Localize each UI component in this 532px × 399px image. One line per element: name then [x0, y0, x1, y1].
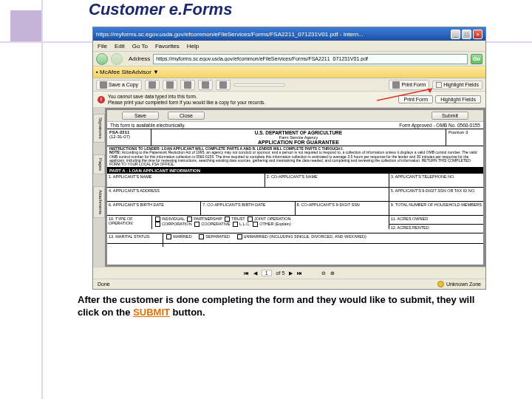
form-row-1: 1. APPLICANT'S NAME 2. CO-APPLICANT'S NA…	[107, 174, 483, 188]
form-header: FSA-2211 (12-31-07) U.S. DEPARTMENT OF A…	[107, 129, 483, 146]
toolbar-search-button[interactable]	[180, 80, 195, 90]
checkbox-partnership[interactable]	[187, 216, 192, 222]
field-acres-owned[interactable]: 11. ACRES OWNED	[389, 216, 483, 225]
menu-goto[interactable]: Go To	[132, 43, 148, 50]
form-availability-text: This form is available electronically.	[110, 123, 185, 128]
instructions-block: INSTRUCTIONS TO LENDER: LOAN APPLICANT W…	[107, 146, 483, 168]
toolbar-select-button[interactable]	[216, 80, 231, 90]
field-ssn[interactable]: 5. APPLICANT'S 9-DIGIT SSN OR TAX ID NO.	[389, 188, 483, 201]
tab-attachments[interactable]: Attachments	[93, 186, 105, 218]
pdf-warning-bar: ! You cannot save data typed into this f…	[93, 92, 485, 108]
checkbox-joint[interactable]	[248, 216, 253, 222]
menu-edit[interactable]: Edit	[115, 43, 125, 50]
printer-icon	[392, 81, 400, 89]
field-coapplicant-name[interactable]: 2. CO-APPLICANT'S NAME	[265, 174, 389, 187]
form-action-bar: Save Close Submit	[107, 110, 483, 122]
mail-icon	[166, 81, 174, 89]
tab-signatures[interactable]: Signatures	[93, 114, 105, 143]
pdf-prev-page[interactable]: ◀	[253, 270, 257, 276]
pdf-side-tabs: Signatures Pages Attachments	[93, 108, 105, 267]
checkbox-trust[interactable]	[225, 216, 230, 222]
slide-title: Customer e.Forms	[89, 0, 232, 19]
browser-title-bar: https://myforms.sc.egov.usda.gov/efcommo…	[93, 27, 485, 41]
note-text: According to the Paperwork Reduction Act…	[109, 150, 477, 166]
forward-button[interactable]	[111, 53, 123, 65]
save-button[interactable]: Save	[122, 112, 159, 120]
checkbox-separated[interactable]	[199, 234, 204, 239]
checkbox-unmarried[interactable]	[237, 234, 242, 239]
window-controls: _ □ ×	[451, 30, 482, 39]
form-row-5: 13. MARITAL STATUS: MARRIED SEPARATED UN…	[107, 233, 483, 244]
title-bar-text: https://myforms.sc.egov.usda.gov/efcommo…	[96, 31, 364, 38]
toolbar-print-button[interactable]	[145, 80, 160, 90]
form-row-3: 6. APPLICANT'S BIRTH DATE 7. CO-APPLICAN…	[107, 202, 483, 216]
checkbox-married[interactable]	[166, 234, 171, 239]
close-button[interactable]: ×	[473, 30, 482, 39]
checkbox-individual[interactable]	[155, 216, 160, 222]
slide-caption: After the customer is done completing th…	[78, 294, 491, 319]
siteadvisor-label[interactable]: ▪ McAfee SiteAdvisor ▼	[96, 69, 159, 75]
pdf-viewer: Signatures Pages Attachments Save Close …	[93, 108, 485, 267]
pdf-zoom-in[interactable]: ⊕	[330, 270, 335, 276]
hand-icon	[202, 81, 209, 89]
zone-icon	[437, 281, 444, 287]
browser-window: https://myforms.sc.egov.usda.gov/efcommo…	[92, 27, 486, 290]
disk-icon	[100, 81, 107, 89]
pdf-last-page[interactable]: ⏭	[297, 270, 302, 276]
application-title: APPLICATION FOR GUARANTEE	[154, 140, 443, 145]
form-row-4: 10. TYPE OF OPERATION: INDIVIDUAL PARTNE…	[107, 216, 483, 233]
checkbox-llc[interactable]	[233, 222, 238, 227]
back-button[interactable]	[96, 53, 108, 65]
tab-pages[interactable]: Pages	[93, 154, 105, 174]
print-form-button-2[interactable]: Print Form	[398, 95, 433, 103]
field-birth-date[interactable]: 6. APPLICANT'S BIRTH DATE	[107, 202, 201, 215]
browser-status-bar: Done Unknown Zone	[93, 279, 485, 289]
search-icon	[184, 81, 191, 89]
checkbox-corporation[interactable]	[155, 222, 160, 227]
slide-decoration	[0, 0, 89, 399]
warning-line1: You cannot save data typed into this for…	[108, 94, 395, 99]
go-button[interactable]: Go	[471, 54, 482, 64]
search-field[interactable]	[233, 83, 285, 86]
field-co-birth-date[interactable]: 7. CO-APPLICANT'S BIRTH DATE	[201, 202, 295, 215]
address-label: Address	[129, 55, 150, 62]
form-row-2: 4. APPLICANT'S ADDRESS 5. APPLICANT'S 9-…	[107, 188, 483, 202]
pdf-first-page[interactable]: ⏮	[244, 270, 249, 276]
status-text: Done	[98, 282, 110, 287]
field-household[interactable]: 9. TOTAL NUMBER OF HOUSEHOLD MEMBERS	[389, 202, 483, 215]
save-copy-button[interactable]: Save a Copy	[96, 80, 142, 90]
toolbar-hand-button[interactable]	[198, 80, 213, 90]
pdf-zoom-out[interactable]: ⊖	[321, 270, 326, 276]
print-form-button[interactable]: Print Form	[389, 80, 429, 90]
pdf-next-page[interactable]: ▶	[289, 270, 293, 276]
menu-help[interactable]: Help	[187, 43, 199, 50]
submit-button[interactable]: Submit	[432, 112, 468, 120]
highlight-fields-button[interactable]: Highlight Fields	[432, 81, 482, 89]
field-address[interactable]: 4. APPLICANT'S ADDRESS	[107, 188, 389, 201]
toolbar-email-button[interactable]	[163, 80, 177, 90]
address-input[interactable]	[153, 54, 468, 64]
position-label: Position 3	[446, 129, 483, 146]
highlight-fields-button-2[interactable]: Highlight Fields	[435, 95, 481, 103]
checkbox-cooperative[interactable]	[194, 222, 200, 227]
browser-nav-bar: Address Go	[93, 52, 485, 66]
pdf-document: Save Close Submit This form is available…	[107, 110, 483, 265]
field-co-ssn[interactable]: 8. CO-APPLICANT'S 9-DIGIT SSN	[296, 202, 389, 215]
checkbox-other[interactable]	[253, 222, 258, 227]
menu-favorites[interactable]: Favorites	[155, 43, 180, 50]
caption-highlight: SUBMIT	[133, 307, 170, 318]
field-applicant-name[interactable]: 1. APPLICANT'S NAME	[107, 174, 265, 187]
maximize-button[interactable]: □	[462, 30, 471, 39]
menu-file[interactable]: File	[98, 43, 107, 50]
field-telephone[interactable]: 3. APPLICANT'S TELEPHONE NO.	[389, 174, 483, 187]
pdf-page-input[interactable]: 1	[262, 270, 272, 276]
warning-icon: !	[98, 96, 105, 103]
close-form-button[interactable]: Close	[168, 112, 205, 120]
browser-menu-bar: File Edit Go To Favorites Help	[93, 41, 485, 52]
security-zone: Unknown Zone	[437, 281, 481, 287]
checkbox-icon	[436, 82, 442, 88]
field-marital-label: 13. MARITAL STATUS:	[107, 233, 163, 247]
field-operation-type-label: 10. TYPE OF OPERATION:	[107, 216, 152, 229]
field-acres-rented[interactable]: 12. ACRES RENTED	[389, 225, 483, 233]
minimize-button[interactable]: _	[451, 30, 460, 39]
